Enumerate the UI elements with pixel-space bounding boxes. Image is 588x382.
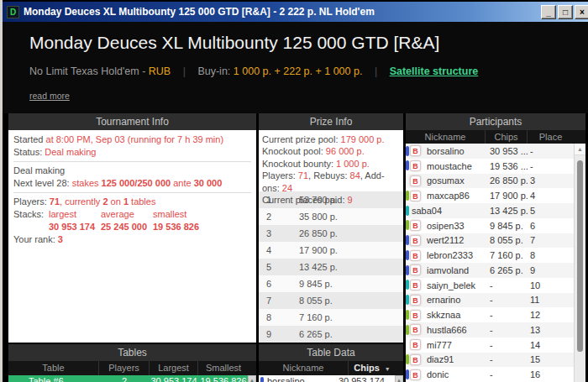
participant-row[interactable]: B diaz91 - 15 — [406, 353, 574, 368]
tables-scroll-up-icon[interactable]: ▲ — [248, 375, 256, 382]
table-data-row[interactable]: borsalino 30 953 174 ▲ — [259, 375, 403, 382]
participant-row[interactable]: B mi777 - 14 — [406, 338, 574, 353]
chips-sort-column-header[interactable]: Chips▼ — [349, 361, 396, 375]
player-flag — [406, 265, 409, 275]
participant-row[interactable]: B maxcap86 17 900 р. 4 — [406, 188, 574, 203]
nickname-column-header[interactable]: Nickname — [406, 130, 486, 144]
titlebar[interactable]: D Monday Deuces XL Multibounty 125 000 G… — [3, 2, 588, 22]
prize-place-row[interactable]: 6 9 845 р. — [259, 275, 403, 292]
chips-column-header[interactable]: Chips — [486, 130, 528, 144]
participant-chips: - — [490, 310, 493, 320]
participant-row[interactable]: B skkznaa - 12 — [406, 307, 574, 322]
close-button[interactable]: × — [575, 5, 588, 19]
player-flag — [406, 369, 409, 379]
table-row-selected[interactable]: Table #6 2 30 953 174 19 536 826 ▲ — [8, 375, 256, 382]
scrollbar-thumb[interactable] — [577, 160, 583, 352]
player-flag — [406, 235, 409, 245]
read-more-link[interactable]: read more — [29, 91, 70, 101]
nickname-column-header[interactable]: Nickname — [259, 361, 349, 375]
prize-amount: 26 850 р. — [299, 225, 338, 242]
participant-row[interactable]: B osipen33 9 845 р. 6 — [406, 218, 574, 233]
prize-place-row[interactable]: 7 8 055 р. — [259, 292, 403, 309]
prize-place-row[interactable]: 3 26 850 р. — [259, 225, 403, 242]
prize-amount: 17 900 р. — [299, 242, 338, 259]
participant-row[interactable]: B saiyn_belek - 10 — [406, 278, 574, 293]
participant-chips: - — [490, 295, 493, 305]
status-line: Status: Deal making — [13, 146, 251, 159]
participant-row[interactable]: B iamvoland 6 265 р. 9 — [406, 263, 574, 278]
tournament-header: Monday Deuces XL Multibounty 125 000 GTD… — [3, 22, 588, 113]
prize-info-title: Prize Info — [259, 113, 403, 130]
participant-place: 15 — [530, 354, 540, 364]
maximize-button[interactable]: □ — [558, 5, 573, 19]
game-type-label: No Limit Texas Hold'em - — [29, 65, 149, 77]
participants-title: Participants — [406, 113, 585, 130]
player-flag — [406, 325, 409, 335]
smallest-column-header[interactable]: Smallest — [198, 361, 249, 375]
participant-place: - — [530, 161, 533, 171]
divider: | — [375, 65, 377, 77]
prize-place-row[interactable]: 5 13 425 р. — [259, 259, 403, 275]
player-flag — [406, 280, 409, 290]
largest-column-header[interactable]: Largest — [150, 361, 198, 375]
participant-chips: 8 055 р. — [490, 235, 523, 245]
participant-place: 13 — [530, 325, 540, 335]
participant-row[interactable]: B borsalino 30 953 ... - — [406, 144, 574, 159]
players-column-header[interactable]: Players — [99, 361, 150, 375]
prize-amount: 7 160 р. — [299, 309, 333, 326]
prize-place: 7 — [259, 292, 299, 309]
rank-line: Your rank: 3 — [13, 233, 251, 246]
participant-place: 14 — [530, 340, 540, 350]
participant-row[interactable]: saba04 13 425 р. 5 — [406, 203, 574, 218]
participant-row[interactable]: B gosumax 26 850 р. 3 — [406, 174, 574, 189]
table-data-scroll-up-icon[interactable]: ▲ — [395, 375, 403, 382]
participant-chips: 30 953 ... — [490, 146, 528, 156]
prize-place: 9 — [259, 326, 299, 343]
participant-row[interactable]: B lebron2333 7 160 р. 8 — [406, 248, 574, 263]
participant-row[interactable]: B wert2112 8 055 р. 7 — [406, 233, 574, 249]
players-line: Players: 71, currently 2 on 1 tables — [13, 196, 251, 208]
participant-nickname: borsalino — [427, 146, 465, 156]
participant-row[interactable]: B donic - 16 — [406, 367, 574, 382]
bounty-badge-icon: B — [410, 369, 421, 380]
participants-column-header: Nickname Chips Place — [406, 130, 585, 144]
satellite-structure-link[interactable]: Satellite structure — [390, 65, 479, 77]
participant-nickname: ernarino — [427, 295, 460, 305]
prize-place: 5 — [259, 259, 299, 275]
prize-place-row[interactable]: 8 7 160 р. — [259, 309, 403, 326]
place-column-header[interactable]: Place — [528, 130, 574, 144]
prize-place-row[interactable]: 1 53 700 р. — [259, 191, 403, 208]
participant-row[interactable]: B hustla666 - 13 — [406, 322, 574, 338]
participant-chips: 19 536 ... — [490, 161, 528, 171]
prize-info-summary: Current prize pool: 179 000 р. Knockout … — [259, 130, 403, 191]
participant-nickname: saba04 — [412, 206, 442, 216]
table-column-header[interactable]: Table — [8, 361, 99, 375]
prize-place-row[interactable]: 2 35 800 р. — [259, 208, 403, 225]
window-title: Monday Deuces XL Multibounty 125 000 GTD… — [24, 6, 539, 18]
bounty-badge-icon: B — [410, 235, 421, 246]
tournament-lobby-window: D Monday Deuces XL Multibounty 125 000 G… — [0, 0, 588, 382]
player-flag — [406, 220, 409, 230]
player-flag — [406, 191, 409, 201]
bounty-badge-icon: B — [410, 295, 421, 306]
scroll-up-icon[interactable]: ▲ — [575, 144, 585, 155]
participant-row[interactable]: B ernarino - 11 — [406, 293, 574, 308]
minimize-button[interactable]: _ — [541, 5, 556, 19]
bounty-badge-icon: B — [410, 160, 421, 171]
prize-place-row[interactable]: 4 17 900 р. — [259, 242, 403, 259]
participant-nickname: gosumax — [427, 175, 465, 186]
participant-row[interactable]: B moustache 19 536 ... - — [406, 159, 574, 174]
participant-nickname: moustache — [427, 161, 472, 171]
table-data-title: Table Data — [259, 344, 403, 361]
participant-nickname: diaz91 — [427, 354, 454, 364]
tables-panel: Tables Table Players Largest Smallest Ta… — [8, 344, 256, 382]
participants-scrollbar[interactable]: ▲ — [574, 144, 585, 382]
participant-nickname: hustla666 — [427, 325, 467, 335]
participant-chips: 26 850 р. — [490, 175, 528, 186]
participant-nickname: wert2112 — [427, 235, 464, 245]
prize-place-row[interactable]: 9 6 265 р. — [259, 326, 403, 343]
participant-place: - — [530, 146, 533, 156]
table-data-panel: Table Data Nickname Chips▼ borsalino 30 … — [259, 344, 403, 382]
participant-chips: - — [490, 280, 493, 290]
prize-amount: 13 425 р. — [299, 259, 338, 275]
